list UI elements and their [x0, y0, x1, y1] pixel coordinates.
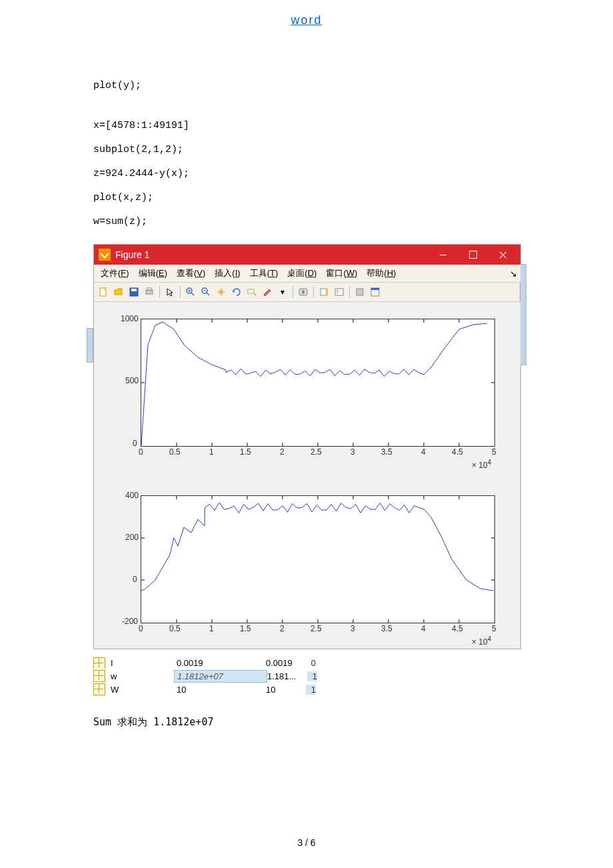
open-icon[interactable] — [112, 285, 125, 299]
ytick: 200 — [125, 533, 139, 542]
colorbar-icon[interactable] — [317, 285, 330, 299]
var-name: w — [111, 671, 174, 681]
print-icon[interactable] — [143, 285, 156, 299]
var-value: 0.0019 — [174, 657, 266, 669]
figure-window: Figure 1 文件(F) 编辑(E) 查看(V) 插入(I) 工具(T) 桌… — [93, 244, 521, 649]
svg-rect-17 — [326, 289, 327, 295]
matlab-figure-icon — [98, 248, 111, 261]
svg-line-13 — [254, 293, 256, 295]
code-line: plot(y); — [93, 74, 520, 98]
svg-line-10 — [207, 293, 209, 295]
menu-tools[interactable]: 工具(T) — [250, 267, 279, 279]
svg-rect-3 — [146, 290, 153, 294]
rotate-icon[interactable] — [230, 285, 243, 299]
save-icon[interactable] — [127, 285, 141, 299]
dropdown-icon[interactable]: ▾ — [276, 285, 289, 299]
xtick: 3.5 — [381, 624, 392, 633]
variable-icon — [93, 670, 105, 682]
svg-rect-2 — [131, 289, 137, 291]
xtick: 2.5 — [310, 624, 322, 633]
zoom-out-icon[interactable] — [199, 285, 213, 299]
table-row[interactable]: w 1.1812e+07 1.181... 1 — [93, 669, 520, 683]
overflow-icon[interactable]: ↘ — [510, 269, 517, 279]
var-name: I — [111, 658, 174, 668]
new-icon[interactable] — [97, 285, 110, 299]
minimize-button[interactable] — [428, 245, 458, 265]
svg-point-15 — [302, 290, 305, 294]
variable-icon — [93, 683, 105, 695]
xtick: 4 — [421, 624, 426, 633]
menu-insert[interactable]: 插入(I) — [215, 267, 240, 279]
menu-window[interactable]: 窗口(W) — [326, 267, 357, 279]
ytick: 1000 — [121, 314, 139, 323]
chart-2[interactable] — [141, 495, 495, 623]
xtick: 0.5 — [169, 447, 181, 457]
menubar: 文件(F) 编辑(E) 查看(V) 插入(I) 工具(T) 桌面(D) 窗口(W… — [94, 265, 520, 283]
code-line: x=[4578:1:49191] — [93, 114, 520, 138]
brush-icon[interactable] — [261, 285, 274, 299]
table-row[interactable]: W 10 10 1 — [93, 683, 520, 696]
dock-icon[interactable] — [368, 285, 382, 299]
xtick: 4.5 — [452, 447, 463, 457]
hide-tools-icon[interactable] — [353, 285, 366, 299]
link-icon[interactable] — [297, 285, 310, 299]
maximize-button[interactable] — [458, 245, 488, 265]
table-row[interactable]: I 0.0019 0.0019 0 — [93, 656, 520, 669]
var-col4: 1 — [307, 671, 317, 681]
xtick: 5 — [492, 447, 496, 457]
window-title: Figure 1 — [115, 249, 149, 260]
xtick: 4 — [421, 447, 426, 457]
var-name: W — [111, 685, 174, 695]
svg-line-6 — [191, 293, 194, 295]
code-line: w=sum(z); — [93, 210, 520, 234]
pan-icon[interactable] — [215, 285, 228, 299]
var-col4: 1 — [306, 685, 316, 695]
menu-file[interactable]: 文件(F) — [101, 267, 129, 279]
x-multiplier-1: × 104 — [472, 459, 491, 470]
ytick: 0 — [133, 439, 137, 448]
workspace-table: I 0.0019 0.0019 0 w 1.1812e+07 1.181... … — [93, 656, 520, 696]
pointer-icon[interactable] — [163, 285, 177, 299]
plot-area: 1000 500 0 0 0.5 1 1.5 2 2.5 3 3.5 4 4.5… — [94, 302, 520, 649]
code-line: plot(x,z); — [93, 186, 520, 210]
svg-rect-23 — [371, 288, 379, 290]
svg-rect-18 — [335, 289, 343, 295]
menu-desktop[interactable]: 桌面(D) — [287, 267, 316, 279]
chart-1[interactable] — [141, 319, 495, 447]
x-multiplier-2: × 104 — [472, 635, 491, 647]
var-col3: 1.181... — [267, 671, 307, 681]
xtick: 2.5 — [310, 447, 322, 457]
xtick: 4.5 — [452, 624, 463, 633]
xtick: 0 — [139, 624, 143, 633]
svg-rect-21 — [356, 289, 363, 295]
var-value: 1.1812e+07 — [174, 670, 267, 683]
ytick: 0 — [133, 575, 137, 584]
xtick: 0 — [139, 447, 143, 457]
var-col3: 10 — [266, 685, 306, 695]
xtick: 1.5 — [240, 624, 251, 633]
close-button[interactable] — [488, 245, 518, 265]
xtick: 3 — [350, 624, 355, 633]
zoom-in-icon[interactable] — [184, 285, 197, 299]
xtick: 2 — [280, 447, 285, 457]
word-link[interactable]: word — [291, 13, 322, 27]
menu-view[interactable]: 查看(V) — [177, 267, 205, 279]
menu-help[interactable]: 帮助(H) — [366, 267, 396, 279]
var-col4: 0 — [306, 658, 316, 668]
var-value: 10 — [174, 684, 266, 695]
header-link: word — [93, 13, 520, 27]
menu-edit[interactable]: 编辑(E) — [139, 267, 167, 279]
variable-icon — [93, 657, 105, 669]
result-text: Sum 求和为 1.1812e+07 — [93, 716, 520, 729]
xtick: 1.5 — [240, 447, 251, 457]
edge-scrollbar-left — [87, 328, 93, 363]
svg-rect-4 — [147, 288, 151, 290]
ytick: 400 — [125, 491, 139, 500]
titlebar[interactable]: Figure 1 — [94, 245, 520, 265]
xtick: 1 — [209, 624, 214, 633]
legend-icon[interactable] — [332, 285, 346, 299]
datacursor-icon[interactable] — [245, 285, 259, 299]
xtick: 0.5 — [169, 624, 181, 633]
xtick: 2 — [280, 624, 285, 633]
svg-rect-12 — [248, 289, 254, 293]
